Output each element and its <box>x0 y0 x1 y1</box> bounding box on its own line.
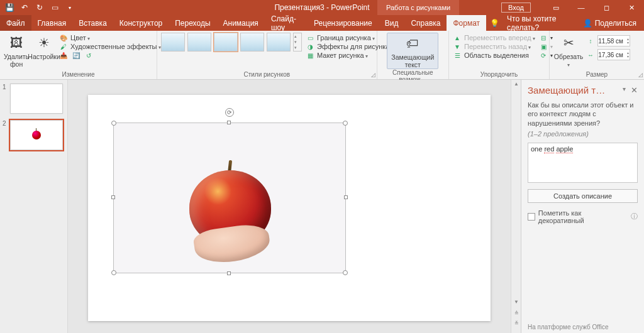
ribbon-tabs: Файл Главная Вставка Конструктор Переход… <box>0 15 644 31</box>
change-picture-icon[interactable]: 🔄 <box>72 52 80 59</box>
generate-description-button[interactable]: Создать описание <box>528 189 638 203</box>
style-thumb[interactable] <box>267 33 291 52</box>
scroll-down-icon[interactable]: ▼ <box>511 299 521 308</box>
tab-help[interactable]: Справка <box>404 15 447 31</box>
tellme-icon: 💡 <box>486 19 503 28</box>
selection-pane-button[interactable]: ☰Область выделения <box>453 52 535 59</box>
compress-icon[interactable]: 📥 <box>59 52 68 59</box>
style-thumb[interactable] <box>187 33 211 52</box>
alt-text-icon: 🏷 <box>404 35 421 52</box>
slide-thumb-2[interactable] <box>10 120 63 150</box>
qat-customize-icon[interactable]: ▾ <box>63 1 77 14</box>
backward-icon: ▼ <box>453 43 462 50</box>
tab-review[interactable]: Рецензирование <box>308 15 379 31</box>
decorative-checkbox[interactable] <box>528 213 535 221</box>
title-bar: 💾 ↶ ↻ ▭ ▾ Презентация3 - PowerPoint Рабо… <box>0 0 644 15</box>
work-area: 1 2 ⟳ <box>0 80 644 333</box>
rotate-icon: ⟳ <box>539 52 548 59</box>
style-thumb[interactable] <box>161 33 185 52</box>
style-thumb[interactable] <box>214 33 238 52</box>
tab-view[interactable]: Вид <box>379 15 405 31</box>
picture-styles-gallery[interactable]: ▴▾▾ <box>161 33 302 52</box>
maximize-icon[interactable]: ◻ <box>594 0 619 15</box>
artistic-effects-menu[interactable]: 🖌Художественные эффекты <box>59 43 161 50</box>
corrections-button[interactable]: ☀ Настройки <box>29 33 59 60</box>
alt-text-input[interactable]: one red apple <box>528 143 638 183</box>
prev-slide-icon[interactable]: ≙ <box>511 310 521 319</box>
slide-thumb-1[interactable] <box>10 84 63 114</box>
close-icon[interactable]: ✕ <box>619 0 644 15</box>
resize-handle[interactable] <box>111 270 116 275</box>
decorative-label: Пометить как декоративный <box>538 209 628 224</box>
slideshow-icon[interactable]: ▭ <box>48 1 62 14</box>
crop-icon: ✂ <box>560 34 577 52</box>
minimize-icon[interactable]: — <box>569 0 594 15</box>
undo-icon[interactable]: ↶ <box>18 1 31 14</box>
resize-handle[interactable] <box>111 121 116 126</box>
redo-icon[interactable]: ↻ <box>33 1 47 14</box>
resize-handle[interactable] <box>344 195 348 199</box>
resize-handle[interactable] <box>343 270 348 275</box>
tab-insert[interactable]: Вставка <box>72 15 113 31</box>
bring-forward-menu: ▲Переместить вперед <box>453 34 535 41</box>
width-input[interactable]: 17,36 см <box>597 49 630 60</box>
group-icon: ▣ <box>539 43 548 50</box>
width-icon: ↔ <box>586 51 595 58</box>
pane-options-icon[interactable]: ▾ <box>623 85 626 95</box>
color-menu[interactable]: 🎨Цвет <box>59 34 161 41</box>
thumb-content-icon <box>32 131 41 139</box>
rotate-handle-icon[interactable]: ⟳ <box>225 108 234 117</box>
resize-handle[interactable] <box>227 121 231 124</box>
tab-home[interactable]: Главная <box>31 15 73 31</box>
compress-reset-row[interactable]: 📥 🔄 ↺ <box>59 52 161 59</box>
styles-dialog-launcher-icon[interactable]: ◿ <box>371 72 375 78</box>
tab-file[interactable]: Файл <box>0 15 31 31</box>
height-input[interactable]: 11,58 см <box>597 35 630 46</box>
border-icon: ▭ <box>306 34 314 41</box>
tab-format[interactable]: Формат <box>447 15 486 31</box>
ribbon: 🖼 Удалить фон ☀ Настройки 🎨Цвет 🖌Художес… <box>0 31 644 80</box>
signin-button[interactable]: Вход <box>501 3 531 13</box>
crop-button[interactable]: ✂ Обрезать <box>553 33 584 68</box>
tab-slideshow[interactable]: Слайд-шоу <box>265 15 308 31</box>
tellme-input[interactable]: Что вы хотите сделать? <box>503 14 575 32</box>
remove-background-button[interactable]: 🖼 Удалить фон <box>4 33 29 68</box>
slide-thumbnails-pane: 1 2 <box>0 80 68 333</box>
gallery-more-icon[interactable]: ▴▾▾ <box>293 33 302 52</box>
artistic-icon: 🖌 <box>59 43 68 50</box>
share-icon: 👤 <box>583 19 592 28</box>
align-icon: ⊟ <box>539 34 548 41</box>
slide-number: 1 <box>3 84 8 114</box>
size-dialog-launcher-icon[interactable]: ◿ <box>638 72 643 78</box>
alt-text-button[interactable]: 🏷 Замещающий текст <box>387 33 438 69</box>
alt-text-pane: Замещающий т… ▾ ✕ Как бы вы описали этот… <box>521 80 644 333</box>
pane-footer: На платформе служб Office <box>528 320 638 330</box>
effects-icon: ◑ <box>306 43 314 50</box>
next-slide-icon[interactable]: ≚ <box>511 320 521 329</box>
share-button[interactable]: 👤Поделиться <box>575 19 644 28</box>
slide-canvas-area[interactable]: ⟳ <box>68 80 511 333</box>
pane-title: Замещающий т… <box>528 85 605 96</box>
tab-animations[interactable]: Анимация <box>217 15 265 31</box>
resize-handle[interactable] <box>111 195 115 199</box>
pane-hint: (1–2 предложения) <box>528 130 638 138</box>
tab-design[interactable]: Конструктор <box>113 15 169 31</box>
slide[interactable]: ⟳ <box>88 95 491 321</box>
tab-transitions[interactable]: Переходы <box>169 15 216 31</box>
color-icon: 🎨 <box>59 34 68 41</box>
group-label-arrange: Упорядочить <box>453 71 545 79</box>
save-icon[interactable]: 💾 <box>3 1 16 14</box>
ribbon-options-icon[interactable]: ▭ <box>543 0 569 15</box>
vertical-scrollbar[interactable]: ▲ ▼ ≙ ≚ <box>511 80 521 333</box>
group-label-adjust: Изменение <box>4 71 153 79</box>
selected-picture[interactable]: ⟳ <box>113 123 346 273</box>
resize-handle[interactable] <box>227 271 231 275</box>
remove-background-icon: 🖼 <box>8 34 25 52</box>
scroll-up-icon[interactable]: ▲ <box>511 81 521 90</box>
pane-close-icon[interactable]: ✕ <box>631 85 638 95</box>
slide-number: 2 <box>3 120 8 150</box>
style-thumb[interactable] <box>240 33 264 52</box>
reset-picture-icon[interactable]: ↺ <box>84 52 93 59</box>
resize-handle[interactable] <box>343 121 348 126</box>
info-icon[interactable]: ⓘ <box>631 212 638 221</box>
